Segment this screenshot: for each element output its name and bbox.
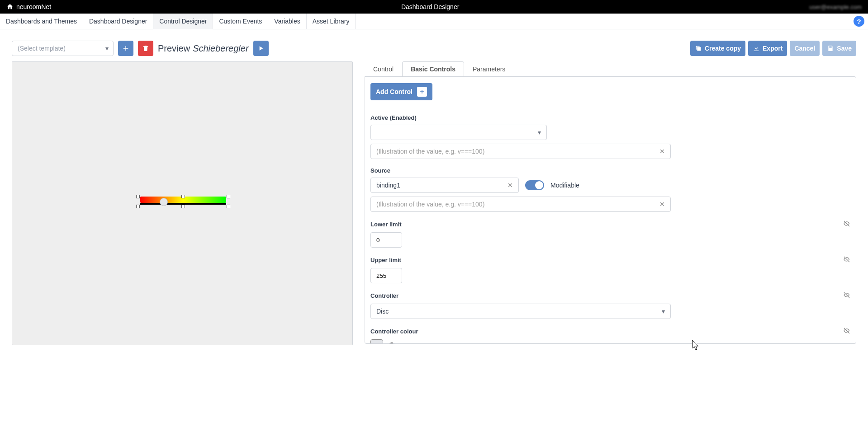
save-label: Save — [837, 45, 852, 52]
delete-button[interactable] — [138, 41, 153, 56]
panel-body[interactable]: Add Control ＋ Active (Enabled) ✕ Source … — [365, 76, 856, 344]
add-button[interactable] — [118, 41, 133, 56]
tab-custom-events[interactable]: Custom Events — [213, 14, 268, 29]
tab-dashboards-themes[interactable]: Dashboards and Themes — [0, 14, 83, 29]
active-illustration-input[interactable]: ✕ — [370, 144, 671, 159]
resize-handle-sw[interactable] — [136, 205, 140, 208]
label-lower-text: Lower limit — [370, 221, 402, 228]
main-area: Control Basic Controls Parameters Add Co… — [0, 61, 868, 354]
action-buttons: Create copy Export Cancel Save — [690, 41, 856, 56]
resize-handle-se[interactable] — [227, 205, 230, 208]
panel-tab-params[interactable]: Parameters — [464, 61, 514, 77]
preview-name: Schieberegler — [193, 43, 248, 54]
create-copy-button[interactable]: Create copy — [690, 41, 745, 56]
modifiable-toggle[interactable] — [525, 180, 544, 190]
panel-tab-basic[interactable]: Basic Controls — [402, 61, 464, 77]
export-button[interactable]: Export — [748, 41, 787, 56]
label-controller: Controller — [370, 291, 850, 300]
brand-link[interactable]: neuroomNet — [0, 3, 51, 10]
label-active-text: Active (Enabled) — [370, 114, 417, 121]
user-area[interactable]: user@example.com — [809, 4, 868, 10]
toolbar: (Select template) Preview Schieberegler … — [0, 29, 868, 61]
panel-tab-control[interactable]: Control — [365, 61, 402, 77]
design-canvas[interactable] — [12, 61, 353, 345]
preview-prefix: Preview — [158, 43, 190, 54]
play-icon — [257, 45, 265, 52]
source-illustration-input[interactable]: ✕ — [370, 197, 671, 212]
page-title: Dashboard Designer — [51, 3, 809, 10]
label-controller-colour: Controller colour — [370, 327, 850, 336]
resize-handle-s[interactable] — [181, 205, 185, 208]
tab-variables[interactable]: Variables — [268, 14, 306, 29]
label-controller-text: Controller — [370, 292, 398, 299]
eye-off-icon[interactable] — [843, 327, 850, 336]
nav-tabs: Dashboards and Themes Dashboard Designer… — [0, 14, 868, 29]
modifiable-label: Modifiable — [550, 182, 579, 189]
eye-off-icon[interactable] — [843, 220, 850, 229]
clear-icon[interactable]: ✕ — [659, 201, 665, 208]
source-value: binding1 — [376, 182, 400, 189]
eye-off-icon[interactable] — [843, 256, 850, 264]
label-upper: Upper limit — [370, 256, 850, 264]
resize-handle-n[interactable] — [181, 195, 185, 198]
resize-handle-ne[interactable] — [227, 195, 230, 198]
copy-icon — [695, 45, 702, 52]
export-label: Export — [763, 45, 783, 52]
upper-limit-input[interactable] — [370, 268, 402, 283]
preview-label: Preview Schieberegler — [158, 43, 249, 54]
properties-panel: Control Basic Controls Parameters Add Co… — [365, 61, 856, 345]
add-control-label: Add Control — [376, 88, 413, 95]
topbar: neuroomNet Dashboard Designer user@examp… — [0, 0, 868, 14]
template-select[interactable]: (Select template) — [12, 41, 114, 56]
tab-dashboard-designer[interactable]: Dashboard Designer — [83, 14, 153, 29]
add-control-button[interactable]: Add Control ＋ — [370, 83, 432, 100]
slider-widget[interactable] — [138, 197, 228, 210]
clear-icon[interactable]: ✕ — [508, 182, 513, 189]
lower-limit-input[interactable] — [370, 232, 402, 248]
resize-handle-nw[interactable] — [136, 195, 140, 198]
plus-icon — [122, 45, 129, 52]
trash-icon[interactable] — [388, 342, 396, 344]
divider — [370, 106, 850, 106]
cancel-button[interactable]: Cancel — [790, 41, 820, 56]
help-icon[interactable]: ? — [854, 16, 864, 27]
label-source-text: Source — [370, 167, 390, 174]
label-controller-colour-text: Controller colour — [370, 328, 418, 335]
label-active: Active (Enabled) — [370, 114, 850, 121]
save-button[interactable]: Save — [822, 41, 856, 56]
label-lower: Lower limit — [370, 220, 850, 229]
eye-off-icon[interactable] — [843, 291, 850, 300]
slider-knob[interactable] — [160, 198, 168, 206]
save-icon — [827, 45, 834, 52]
source-input[interactable]: binding1 ✕ — [370, 178, 519, 193]
play-button[interactable] — [253, 41, 269, 56]
brand-text: neuroomNet — [16, 3, 51, 10]
active-select[interactable] — [370, 125, 547, 140]
panel-tabs: Control Basic Controls Parameters — [365, 61, 856, 77]
home-icon — [6, 3, 14, 10]
active-illustration-field[interactable] — [376, 148, 665, 155]
label-source: Source — [370, 167, 850, 174]
source-illustration-field[interactable] — [376, 201, 665, 208]
template-select-placeholder: (Select template) — [18, 45, 66, 52]
download-icon — [753, 45, 760, 52]
label-upper-text: Upper limit — [370, 257, 401, 263]
plus-icon: ＋ — [417, 87, 427, 97]
controller-select[interactable]: Disc — [370, 304, 671, 319]
tab-control-designer[interactable]: Control Designer — [153, 14, 213, 29]
controller-value: Disc — [376, 308, 389, 315]
tab-asset-library[interactable]: Asset Library — [307, 14, 356, 29]
clear-icon[interactable]: ✕ — [659, 148, 665, 155]
create-copy-label: Create copy — [705, 45, 741, 52]
trash-icon — [142, 45, 149, 52]
controller-colour-swatch[interactable] — [370, 339, 383, 344]
